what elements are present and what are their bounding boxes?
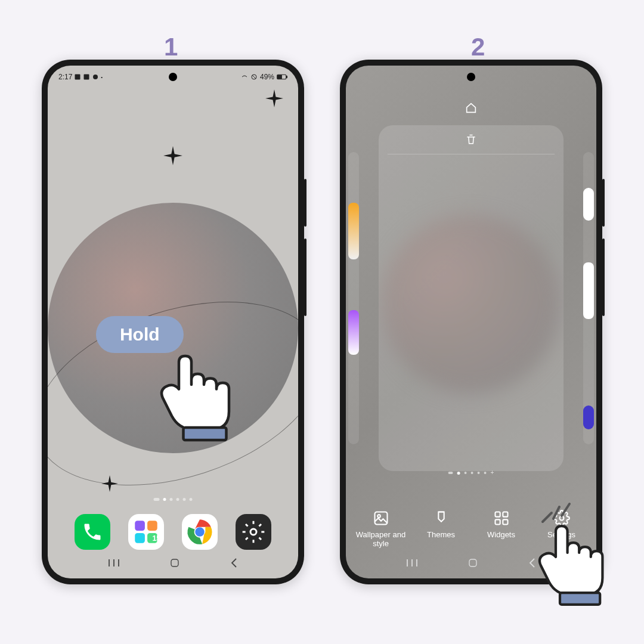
chrome-app-icon[interactable]	[182, 514, 218, 550]
highlight-box	[475, 500, 528, 554]
themes-label: Themes	[427, 530, 455, 540]
page-dot	[478, 472, 480, 474]
svg-rect-1	[84, 75, 89, 80]
step-2-container: + Wallpaper and style Themes Widgets	[340, 60, 602, 584]
step-number-2: 2	[471, 33, 485, 61]
svg-rect-22	[374, 512, 387, 524]
hand-pointer-icon	[531, 511, 614, 611]
alarm-icon	[92, 73, 99, 80]
camera-notch	[169, 73, 177, 81]
apps-app-icon[interactable]: 15	[128, 514, 164, 550]
svg-rect-26	[495, 519, 500, 524]
page-dot-active	[457, 472, 460, 475]
sparkle-icon	[163, 146, 182, 165]
svg-point-17	[250, 529, 256, 535]
svg-rect-25	[503, 512, 507, 516]
widgets-label: Widgets	[487, 530, 515, 540]
page-dot	[177, 498, 179, 501]
camera-notch	[467, 73, 475, 81]
svg-rect-27	[503, 519, 507, 524]
widgets-icon	[493, 510, 510, 527]
svg-rect-10	[147, 521, 157, 531]
phone-screen-2[interactable]: + Wallpaper and style Themes Widgets	[346, 66, 596, 578]
app-dock: 15	[48, 514, 298, 550]
status-right: 49%	[241, 73, 287, 81]
wallpaper-button[interactable]: Wallpaper and style	[351, 510, 411, 549]
phone-screen-1[interactable]: 2:17 • 49% Hold	[48, 66, 298, 578]
page-preview-left[interactable]	[348, 152, 359, 444]
preview-divider	[388, 154, 555, 154]
nav-back-icon[interactable]	[230, 558, 238, 568]
svg-rect-7	[278, 75, 282, 79]
no-sim-icon	[250, 73, 258, 80]
side-widget-preview	[583, 405, 594, 429]
image-icon	[74, 73, 81, 80]
themes-button[interactable]: Themes	[411, 510, 471, 549]
page-dot	[183, 498, 186, 501]
add-page-icon[interactable]: +	[491, 470, 494, 476]
nav-recents-icon[interactable]	[108, 558, 120, 568]
sparkle-icon	[101, 475, 118, 492]
page-dot	[190, 498, 193, 501]
side-widget-preview	[583, 188, 594, 221]
svg-text:15: 15	[152, 534, 160, 543]
hand-pointer-icon	[152, 340, 242, 447]
home-outline-icon[interactable]	[465, 101, 478, 114]
navigation-bar	[48, 552, 298, 574]
nav-home-icon[interactable]	[467, 558, 478, 568]
phone-app-icon[interactable]	[75, 514, 110, 550]
svg-rect-24	[495, 512, 500, 516]
nav-recents-icon[interactable]	[406, 558, 418, 568]
battery-percent: 49%	[260, 73, 274, 81]
sparkle-icon	[265, 89, 283, 107]
svg-line-4	[252, 75, 256, 79]
svg-rect-21	[171, 559, 178, 566]
side-widget-preview	[583, 262, 594, 319]
wallpaper-icon	[373, 510, 389, 527]
wallpaper-label: Wallpaper and style	[351, 530, 411, 549]
svg-rect-0	[75, 75, 80, 80]
page-dot	[154, 498, 160, 501]
check-icon	[83, 73, 90, 80]
svg-point-2	[93, 75, 98, 79]
svg-rect-36	[560, 593, 600, 605]
home-page-preview[interactable]	[379, 125, 564, 471]
svg-point-23	[377, 515, 380, 518]
page-indicator	[154, 498, 193, 501]
page-dot	[465, 472, 467, 474]
settings-app-icon[interactable]	[236, 514, 271, 550]
page-dot	[448, 472, 453, 474]
step-number-1: 1	[164, 33, 178, 61]
widgets-button[interactable]: Widgets	[472, 510, 531, 549]
page-dot	[170, 498, 173, 501]
page-dot	[471, 472, 473, 474]
side-widget-preview	[348, 310, 359, 355]
nav-home-icon[interactable]	[169, 558, 180, 568]
phone-frame-1: 2:17 • 49% Hold	[42, 60, 304, 584]
svg-rect-11	[135, 533, 145, 543]
svg-rect-9	[135, 521, 145, 531]
page-dot-active	[163, 498, 166, 501]
themes-icon	[433, 510, 450, 527]
page-dot	[484, 472, 487, 474]
svg-rect-35	[469, 559, 476, 566]
status-left: 2:17 •	[58, 73, 103, 81]
battery-icon	[277, 74, 287, 80]
status-time: 2:17	[58, 73, 72, 81]
page-indicator: +	[448, 470, 494, 476]
preview-wallpaper-orb	[382, 215, 561, 394]
svg-rect-8	[184, 428, 227, 440]
side-widget-preview	[348, 203, 359, 259]
wifi-icon	[241, 73, 248, 80]
phone-frame-2: + Wallpaper and style Themes Widgets	[340, 60, 602, 584]
svg-rect-6	[287, 76, 288, 78]
more-indicator-icon: •	[101, 75, 103, 80]
step-1-container: 2:17 • 49% Hold	[42, 60, 304, 584]
trash-icon[interactable]	[465, 134, 477, 145]
